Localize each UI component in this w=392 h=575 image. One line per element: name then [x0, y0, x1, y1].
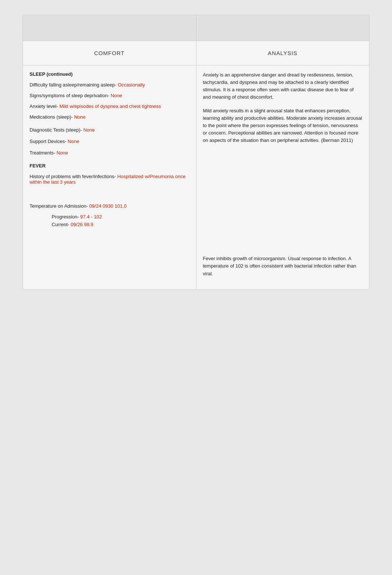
medications-value: None [74, 114, 86, 120]
analysis-para1: Anxiety is an apprehensive danger and dr… [203, 71, 363, 101]
comfort-header: COMFORT [23, 41, 196, 65]
current-row: Current- 09/26 98.9 [52, 222, 189, 227]
difficulty-value: Occasionally [118, 82, 145, 88]
signs-value: None [111, 93, 122, 98]
treatments-label: Treatments- [30, 150, 55, 156]
anxiety-row: Anxiety level- Mild w/episodes of dyspne… [30, 103, 189, 109]
difficulty-label: Difficulty falling asleep/remaining asle… [30, 82, 116, 88]
temp-admission-label: Temperature on Admission- [30, 203, 88, 209]
anxiety-label: Anxiety level- [30, 103, 58, 109]
anxiety-value: Mild w/episodes of dyspnea and chest tig… [59, 103, 161, 109]
treatments-value: None [56, 150, 68, 156]
content-row: SLEEP (continued) Difficulty falling asl… [23, 65, 369, 289]
diagnostic-row: Diagnostic Tests (sleep)- None [30, 127, 189, 133]
top-bar [23, 15, 369, 41]
treatments-row: Treatments- None [30, 150, 189, 156]
support-value: None [68, 139, 79, 144]
current-value: 09/26 98.9 [71, 222, 93, 227]
diagnostic-label: Diagnostic Tests (sleep)- [30, 127, 82, 133]
current-label: Current- [52, 222, 69, 227]
temp-admission-value: 09/24 0930 101.0 [89, 203, 127, 209]
right-column: Anxiety is an apprehensive danger and dr… [196, 65, 369, 289]
signs-row: Signs/symptoms of sleep deprivation- Non… [30, 93, 189, 98]
sleep-section-title: SLEEP (continued) [30, 71, 73, 77]
header-row: COMFORT ANALYSIS [23, 41, 369, 65]
progression-row: Progression- 97.4 - 102 [52, 214, 189, 220]
progression-label: Progression- [52, 214, 79, 220]
diagnostic-value: None [83, 127, 95, 133]
analysis-para3: Fever inhibits growth of microorganism. … [203, 255, 363, 277]
page-container: COMFORT ANALYSIS SLEEP (continued) Diffi… [23, 15, 369, 290]
medications-label: Medications (sleep)- [30, 114, 73, 120]
fever-title-row: FEVER [30, 163, 189, 169]
signs-label: Signs/symptoms of sleep deprivation- [30, 93, 109, 98]
left-column: SLEEP (continued) Difficulty falling asl… [23, 65, 196, 289]
difficulty-row: Difficulty falling asleep/remaining asle… [30, 82, 189, 88]
analysis-para2: Mild anxiety results in a slight arousal… [203, 107, 363, 144]
comfort-title: COMFORT [94, 50, 125, 56]
temp-admission-row: Temperature on Admission- 09/24 0930 101… [30, 203, 189, 209]
analysis-title: ANALYSIS [268, 50, 298, 56]
support-label: Support Devices- [30, 139, 66, 144]
fever-history-label: History of problems with fever/infection… [30, 174, 116, 179]
top-bar-right [196, 15, 369, 41]
fever-title: FEVER [30, 163, 45, 169]
support-row: Support Devices- None [30, 139, 189, 144]
progression-value: 97.4 - 102 [80, 214, 102, 220]
fever-history-row: History of problems with fever/infection… [30, 174, 189, 185]
top-bar-left [23, 15, 196, 41]
fever-analysis-spacer: Fever inhibits growth of microorganism. … [203, 255, 363, 277]
medications-row: Medications (sleep)- None [30, 114, 189, 120]
analysis-header: ANALYSIS [196, 41, 369, 65]
sleep-section-title-row: SLEEP (continued) [30, 71, 189, 77]
